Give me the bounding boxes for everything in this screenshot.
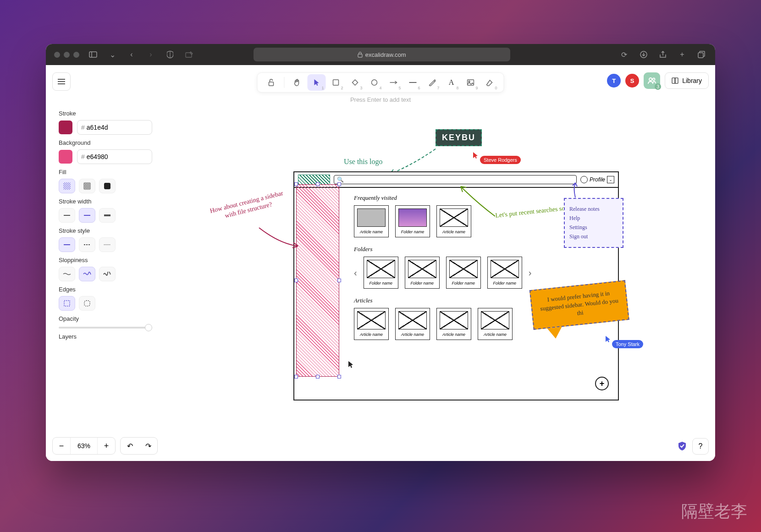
help-button[interactable]: ?: [692, 438, 709, 455]
collaborator-avatar[interactable]: T: [607, 74, 621, 88]
zoom-value[interactable]: 63%: [70, 438, 98, 454]
tool-arrow[interactable]: 5: [385, 74, 403, 91]
opacity-slider[interactable]: [59, 327, 152, 329]
download-icon[interactable]: [638, 49, 649, 60]
book-icon: [672, 77, 679, 84]
stroke-label: Stroke: [59, 110, 152, 117]
url-text: excalidraw.com: [365, 51, 406, 58]
edges-round[interactable]: [79, 296, 95, 311]
sticky-note[interactable]: I would prefer having it in suggested si…: [529, 280, 630, 340]
collaborator-cursor-red: [473, 152, 479, 159]
opacity-label: Opacity: [59, 315, 152, 322]
stroke-width-label: Stroke width: [59, 198, 152, 205]
top-right-controls: T S 3 Library: [607, 72, 709, 89]
sidebar-toggle-icon[interactable]: [88, 49, 99, 60]
wf-card: Article name: [436, 308, 471, 340]
wf-card: Folder name: [487, 257, 522, 289]
sloppiness-label: Sloppiness: [59, 257, 152, 263]
address-bar[interactable]: excalidraw.com: [254, 48, 510, 61]
slop-artist[interactable]: [79, 267, 95, 281]
selected-rectangle[interactable]: [296, 184, 339, 377]
svg-rect-10: [333, 80, 339, 85]
edges-sharp[interactable]: [59, 296, 75, 311]
background-hex-input[interactable]: #e64980: [77, 149, 152, 164]
fill-hachure[interactable]: [59, 179, 75, 193]
plus-icon[interactable]: +: [677, 49, 688, 60]
svg-rect-22: [83, 182, 91, 190]
svg-rect-24: [84, 301, 90, 306]
bottom-left-controls: − 63% + ↶ ↷: [52, 437, 158, 455]
style-dashed[interactable]: [79, 237, 95, 252]
profile-arrow: [568, 181, 582, 200]
library-button[interactable]: Library: [665, 72, 709, 89]
tool-diamond[interactable]: 3: [346, 74, 364, 91]
properties-panel: Stroke #a61e4d Background #e64980 Fill S…: [52, 99, 159, 392]
wf-card: Folder name: [446, 257, 481, 289]
tool-image[interactable]: 9: [462, 74, 480, 91]
tool-lock[interactable]: [262, 74, 281, 91]
collaborator-avatar[interactable]: S: [625, 74, 639, 88]
svg-rect-9: [269, 82, 274, 86]
tool-select[interactable]: 1: [308, 74, 326, 91]
back-icon[interactable]: ‹: [126, 49, 137, 60]
wf-card: Folder name: [405, 257, 440, 289]
shield-check-icon[interactable]: [678, 441, 687, 451]
wf-card: Folder name: [395, 205, 430, 237]
tool-draw[interactable]: 7: [423, 74, 441, 91]
collaborator-label-red: Steve Rodgers: [480, 156, 521, 164]
zoom-in-button[interactable]: +: [98, 438, 115, 454]
svg-rect-5: [698, 53, 703, 58]
wf-search: 🔍: [334, 175, 577, 184]
tabs-icon[interactable]: [696, 49, 707, 60]
wf-card: Article name: [354, 308, 389, 340]
style-dotted[interactable]: [99, 237, 116, 252]
tool-ellipse[interactable]: 4: [365, 74, 384, 91]
redo-button[interactable]: ↷: [139, 438, 157, 454]
slop-cartoonist[interactable]: [99, 267, 116, 281]
svg-rect-0: [89, 52, 97, 57]
hamburger-menu[interactable]: [52, 72, 71, 91]
forward-icon[interactable]: ›: [145, 49, 156, 60]
tool-rectangle[interactable]: 2: [327, 74, 345, 91]
sidebar-arrow: [257, 225, 303, 253]
wf-add-button: +: [595, 377, 609, 390]
compose-icon[interactable]: [184, 49, 195, 60]
sidebar-annotation: How about creating a sidebar with file s…: [205, 188, 289, 225]
svg-rect-19: [63, 182, 71, 190]
slop-architect[interactable]: [59, 267, 75, 281]
stroke-swatch[interactable]: [59, 121, 72, 134]
watermark: 隔壁老李: [681, 500, 747, 523]
tool-eraser[interactable]: 0: [481, 74, 499, 91]
window-controls[interactable]: [54, 52, 79, 58]
canvas[interactable]: KEYBU Use this logo Steve Rodgers 🔍 Prof…: [165, 111, 706, 433]
wf-logo-slot: [298, 175, 330, 185]
tool-hand[interactable]: [288, 74, 307, 91]
width-thick[interactable]: [99, 208, 116, 223]
width-med[interactable]: [79, 208, 95, 223]
style-solid[interactable]: [59, 237, 75, 252]
zoom-out-button[interactable]: −: [53, 438, 70, 454]
bottom-right-controls: ?: [678, 438, 709, 455]
search-arrow: [458, 184, 500, 221]
collaborator-cursor-blue: [605, 335, 612, 343]
share-button[interactable]: 3: [644, 72, 660, 89]
width-thin[interactable]: [59, 208, 75, 223]
stroke-hex-input[interactable]: #a61e4d: [77, 120, 152, 135]
share-icon[interactable]: [657, 49, 668, 60]
background-swatch[interactable]: [59, 150, 72, 164]
tool-line[interactable]: 6: [404, 74, 422, 91]
chevron-down-icon[interactable]: ⌄: [107, 49, 118, 60]
logo-element[interactable]: KEYBU: [436, 129, 482, 146]
svg-point-11: [372, 80, 377, 85]
reload-icon[interactable]: ⟳: [619, 49, 630, 60]
excalidraw-app: 1 2 3 4 5 6 7 A8 9 0 Press Enter to add …: [46, 65, 715, 461]
wf-card: Folder name: [364, 257, 398, 289]
fill-cross[interactable]: [79, 179, 95, 193]
shield-icon[interactable]: [165, 49, 176, 60]
browser-titlebar: ⌄ ‹ › excalidraw.com ⟳ +: [46, 44, 715, 65]
fill-solid[interactable]: [99, 179, 116, 193]
main-toolbar: 1 2 3 4 5 6 7 A8 9 0: [257, 72, 504, 93]
wf-profile: Profile ⌄: [580, 176, 614, 183]
undo-button[interactable]: ↶: [121, 438, 139, 454]
tool-text[interactable]: A8: [442, 74, 461, 91]
